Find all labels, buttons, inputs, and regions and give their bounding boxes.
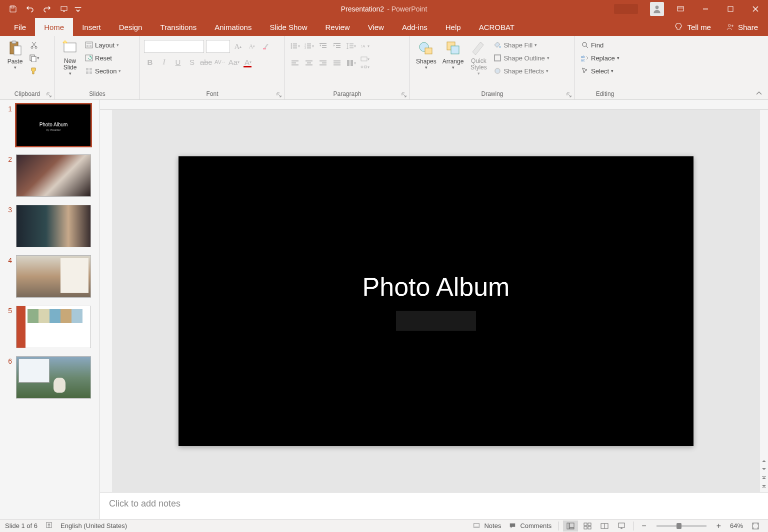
smartart-icon[interactable]: ▾	[359, 63, 371, 71]
align-center-icon[interactable]	[303, 57, 315, 69]
select-button[interactable]: Select▾	[579, 65, 616, 77]
tab-addins[interactable]: Add-ins	[393, 18, 436, 36]
account-avatar[interactable]	[650, 2, 664, 16]
line-spacing-icon[interactable]: ▾	[345, 40, 357, 52]
numbering-icon[interactable]: 123▾	[303, 40, 315, 52]
undo-icon[interactable]	[23, 2, 37, 16]
slide-thumbnail-2[interactable]	[16, 154, 91, 197]
vertical-ruler[interactable]	[100, 110, 113, 492]
shapes-button[interactable]: Shapes▾	[414, 38, 438, 71]
comments-toggle[interactable]: Comments	[506, 521, 554, 532]
zoom-slider[interactable]	[656, 525, 706, 527]
reset-button[interactable]: Reset	[83, 52, 123, 64]
prev-slide-icon[interactable]	[761, 475, 767, 481]
underline-icon[interactable]: U	[172, 56, 184, 68]
language-indicator[interactable]: English (United States)	[60, 522, 127, 530]
slide-canvas[interactable]: Photo Album	[178, 156, 694, 446]
cut-icon[interactable]	[28, 39, 40, 51]
bold-icon[interactable]: B	[144, 56, 156, 68]
justify-icon[interactable]	[331, 57, 343, 69]
tab-transitions[interactable]: Transitions	[151, 18, 206, 36]
new-slide-button[interactable]: NewSlide ▾	[59, 38, 81, 77]
save-icon[interactable]	[6, 2, 20, 16]
scroll-up-icon[interactable]	[761, 458, 767, 464]
paste-button[interactable]: Paste ▾	[4, 38, 26, 71]
tab-home[interactable]: Home	[35, 18, 73, 36]
thumbnail-row[interactable]: 4	[2, 255, 98, 298]
slide-sorter-view-icon[interactable]	[580, 521, 595, 532]
layout-button[interactable]: Layout▾	[83, 39, 123, 51]
decrease-indent-icon[interactable]	[317, 40, 329, 52]
horizontal-ruler[interactable]	[100, 100, 768, 110]
start-from-beginning-icon[interactable]	[57, 2, 71, 16]
decrease-font-icon[interactable]: A▾	[246, 40, 258, 52]
find-button[interactable]: Find	[579, 39, 606, 51]
next-slide-icon[interactable]	[761, 483, 767, 489]
redo-icon[interactable]	[40, 2, 54, 16]
slide-thumbnail-4[interactable]	[16, 255, 91, 298]
thumbnail-row[interactable]: 5	[2, 306, 98, 348]
format-painter-icon[interactable]	[28, 65, 40, 77]
tell-me-search[interactable]: Tell me	[674, 22, 711, 31]
tab-acrobat[interactable]: ACROBAT	[470, 18, 524, 36]
vertical-scrollbar[interactable]	[759, 110, 768, 492]
copy-icon[interactable]: ▾	[28, 52, 40, 64]
shape-outline-button[interactable]: Shape Outline▾	[492, 52, 551, 64]
slide-thumbnail-1[interactable]: Photo Album by Presenter	[16, 104, 91, 146]
thumbnail-row[interactable]: 3	[2, 205, 98, 247]
text-direction-icon[interactable]: ↕A▾	[359, 42, 371, 50]
bullets-icon[interactable]: ▾	[289, 40, 301, 52]
increase-indent-icon[interactable]	[331, 40, 343, 52]
zoom-level[interactable]: 64%	[730, 522, 743, 530]
align-right-icon[interactable]	[317, 57, 329, 69]
font-name-input[interactable]	[144, 40, 204, 53]
slide-thumbnail-3[interactable]	[16, 205, 91, 247]
italic-icon[interactable]: I	[158, 56, 170, 68]
columns-icon[interactable]: ▾	[345, 57, 357, 69]
slide-subtitle-placeholder[interactable]	[396, 311, 476, 331]
shape-fill-button[interactable]: Shape Fill▾	[492, 39, 551, 51]
accessibility-icon[interactable]	[46, 522, 52, 530]
tab-review[interactable]: Review	[316, 18, 358, 36]
clear-formatting-icon[interactable]	[260, 40, 272, 52]
share-button[interactable]: Share	[726, 22, 758, 31]
zoom-in-icon[interactable]: +	[712, 521, 725, 532]
canvas-viewport[interactable]: Photo Album	[113, 110, 759, 492]
slide-title-text[interactable]: Photo Album	[362, 272, 510, 302]
scroll-down-icon[interactable]	[761, 466, 767, 472]
thumbnail-row[interactable]: 2	[2, 154, 98, 197]
font-color-icon[interactable]: A▾	[242, 56, 254, 68]
section-button[interactable]: Section▾	[83, 65, 123, 77]
replace-button[interactable]: abacReplace▾	[579, 52, 622, 64]
notes-pane[interactable]: Click to add notes	[100, 492, 768, 519]
strikethrough-icon[interactable]: abc	[200, 56, 212, 68]
reading-view-icon[interactable]	[597, 521, 612, 532]
collapse-ribbon-icon[interactable]	[754, 89, 764, 97]
zoom-out-icon[interactable]: −	[638, 521, 650, 532]
tab-help[interactable]: Help	[436, 18, 470, 36]
font-dialog-launcher-icon[interactable]	[276, 91, 282, 98]
clipboard-dialog-launcher-icon[interactable]	[46, 91, 52, 98]
thumbnail-row[interactable]: 6	[2, 356, 98, 399]
arrange-button[interactable]: Arrange▾	[440, 38, 466, 71]
maximize-icon[interactable]	[718, 0, 743, 18]
shape-effects-button[interactable]: Shape Effects▾	[492, 65, 551, 77]
thumbnail-row[interactable]: 1 Photo Album by Presenter	[2, 104, 98, 146]
tab-design[interactable]: Design	[110, 18, 152, 36]
notes-toggle[interactable]: Notes	[470, 521, 504, 532]
font-size-input[interactable]	[206, 40, 230, 53]
close-icon[interactable]	[743, 0, 768, 18]
tab-slideshow[interactable]: Slide Show	[260, 18, 316, 36]
slide-thumbnail-panel[interactable]: 1 Photo Album by Presenter 2 3 4 5 6	[0, 100, 100, 519]
paragraph-dialog-launcher-icon[interactable]	[400, 91, 408, 98]
tab-insert[interactable]: Insert	[73, 18, 110, 36]
fit-to-window-icon[interactable]	[748, 521, 763, 532]
tab-view[interactable]: View	[359, 18, 393, 36]
tab-file[interactable]: File	[5, 18, 35, 36]
change-case-icon[interactable]: Aa▾	[228, 56, 240, 68]
slideshow-view-icon[interactable]	[614, 521, 629, 532]
slide-thumbnail-6[interactable]	[16, 356, 91, 399]
slide-thumbnail-5[interactable]	[16, 306, 91, 348]
character-spacing-icon[interactable]: AV↔	[214, 56, 226, 68]
minimize-icon[interactable]	[693, 0, 718, 18]
